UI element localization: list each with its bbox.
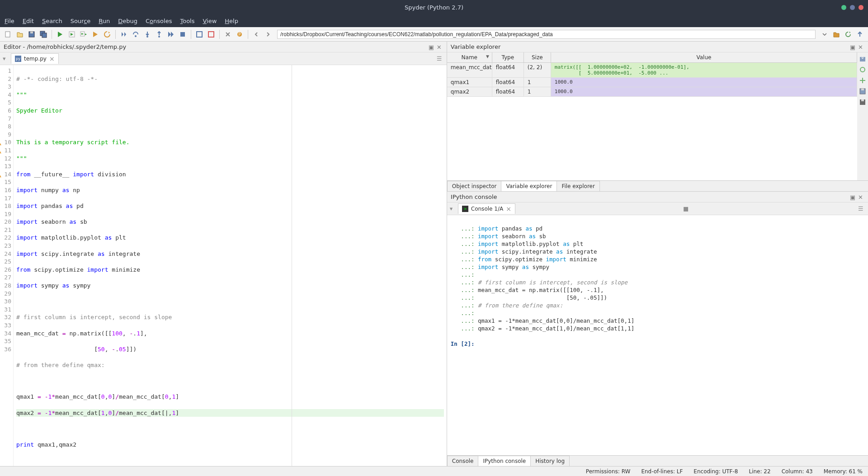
code-area[interactable]: # -*- coding: utf-8 -*- """ Spyder Edito…: [14, 65, 447, 466]
tab-console-1a[interactable]: > Console 1/A ×: [458, 203, 515, 214]
var-import-icon[interactable]: [859, 55, 866, 62]
var-save-as-icon[interactable]: [859, 99, 866, 106]
step-into-icon[interactable]: [143, 30, 152, 39]
var-refresh-periodic-icon[interactable]: [859, 77, 866, 84]
tab-temp-py[interactable]: py temp.py ×: [11, 53, 59, 64]
var-close-icon[interactable]: ✕: [858, 44, 864, 50]
var-header-row: Name▼ Type Size Value: [447, 52, 857, 63]
menu-file[interactable]: File: [5, 18, 14, 24]
var-row[interactable]: qmax1 float64 1 1000.0: [447, 78, 857, 87]
svg-text:P: P: [239, 33, 241, 37]
pythonpath-icon[interactable]: P: [235, 30, 244, 39]
tab-close-icon[interactable]: ×: [49, 55, 55, 62]
var-size: 1: [524, 87, 551, 96]
python-file-icon: py: [15, 56, 21, 62]
step-out-icon[interactable]: [155, 30, 164, 39]
tab-history-log[interactable]: History log: [530, 456, 570, 466]
menubar: File Edit Search Source Run Debug Consol…: [0, 14, 868, 27]
var-header-value[interactable]: Value: [551, 52, 857, 62]
variable-table[interactable]: Name▼ Type Size Value mean_mcc_dat float…: [447, 52, 857, 180]
console-list-icon[interactable]: ☰: [858, 205, 865, 212]
open-file-icon[interactable]: [15, 30, 24, 39]
step-over-icon[interactable]: [131, 30, 140, 39]
editor-close-icon[interactable]: ✕: [437, 44, 443, 50]
parent-dir-icon[interactable]: [855, 30, 864, 39]
toolbar: P: [0, 27, 868, 42]
window-controls: [841, 5, 863, 10]
editor-pane-header: Editor - /home/robhicks/.spyder2/temp.py…: [0, 42, 447, 52]
svg-rect-11: [197, 32, 202, 37]
var-header-name[interactable]: Name▼: [447, 52, 492, 62]
save-all-icon[interactable]: [39, 30, 48, 39]
var-save-icon[interactable]: [859, 88, 866, 95]
tab-file-explorer[interactable]: File explorer: [557, 181, 599, 191]
browse-dir-icon[interactable]: [832, 30, 841, 39]
tab-object-inspector[interactable]: Object inspector: [447, 181, 502, 191]
console-pane-header: IPython console ▣ ✕: [447, 192, 868, 203]
forward-icon[interactable]: [264, 30, 273, 39]
var-explorer-title: Variable explorer: [451, 43, 500, 50]
var-type: float64: [492, 63, 524, 77]
var-row[interactable]: mean_mcc_dat float64 (2, 2) matrix([[ 1.…: [447, 63, 857, 78]
console-tab-menu-icon[interactable]: ▾: [450, 205, 456, 212]
ipython-console[interactable]: ...: import pandas as pd ...: import sea…: [447, 215, 868, 455]
svg-rect-4: [42, 33, 47, 38]
line-gutter: 123456789 101112131415 16171819202122232…: [0, 65, 14, 466]
refresh-dir-icon[interactable]: [844, 30, 853, 39]
window-title: Spyder (Python 2.7): [405, 4, 463, 11]
close-button[interactable]: [859, 5, 863, 10]
run-cell-icon[interactable]: [67, 30, 76, 39]
path-dropdown-icon[interactable]: [820, 30, 829, 39]
continue-icon[interactable]: [166, 30, 175, 39]
menu-run[interactable]: Run: [99, 18, 110, 24]
var-size: (2, 2): [524, 63, 551, 77]
tab-variable-explorer[interactable]: Variable explorer: [501, 181, 557, 191]
menu-debug[interactable]: Debug: [118, 18, 137, 24]
svg-point-7: [135, 35, 137, 37]
preferences-icon[interactable]: [223, 30, 232, 39]
maximize-button[interactable]: [850, 5, 855, 10]
status-encoding: Encoding: UTF-8: [693, 468, 738, 475]
menu-consoles[interactable]: Consoles: [146, 18, 172, 24]
stop-debug-icon[interactable]: [178, 30, 187, 39]
menu-tools[interactable]: Tools: [180, 18, 194, 24]
back-icon[interactable]: [252, 30, 261, 39]
save-icon[interactable]: [27, 30, 36, 39]
maximize-pane-icon[interactable]: [195, 30, 204, 39]
debug-icon[interactable]: [119, 30, 128, 39]
upper-bottom-tabs: Object inspector Variable explorer File …: [447, 180, 868, 191]
var-row[interactable]: qmax2 float64 1 1000.0: [447, 87, 857, 97]
new-file-icon[interactable]: [4, 30, 13, 39]
tab-ipython-console[interactable]: IPython console: [478, 456, 531, 466]
working-directory-input[interactable]: [277, 30, 816, 39]
console-tab-close-icon[interactable]: ×: [506, 205, 511, 212]
column-margin: [292, 65, 292, 466]
menu-help[interactable]: Help: [225, 18, 238, 24]
run-selection-icon[interactable]: [91, 30, 100, 39]
tab-menu-icon[interactable]: ▾: [3, 55, 9, 62]
tab-list-icon[interactable]: ☰: [437, 55, 444, 62]
run-icon[interactable]: [56, 30, 65, 39]
console-options-icon[interactable]: ▣: [850, 194, 856, 200]
editor-title: Editor - /home/robhicks/.spyder2/temp.py: [4, 43, 126, 50]
console-close-icon[interactable]: ✕: [858, 194, 864, 200]
svg-point-18: [860, 67, 865, 72]
menu-source[interactable]: Source: [71, 18, 91, 24]
var-refresh-icon[interactable]: [859, 66, 866, 73]
console-stop-icon[interactable]: ■: [683, 205, 690, 212]
svg-rect-20: [861, 89, 864, 90]
fullscreen-icon[interactable]: [207, 30, 216, 39]
editor-options-icon[interactable]: ▣: [429, 44, 435, 50]
minimize-button[interactable]: [841, 5, 846, 10]
var-header-type[interactable]: Type: [492, 52, 524, 62]
var-header-size[interactable]: Size: [524, 52, 551, 62]
menu-search[interactable]: Search: [42, 18, 62, 24]
code-editor[interactable]: 123456789 101112131415 16171819202122232…: [0, 65, 447, 466]
run-last-icon[interactable]: [103, 30, 112, 39]
var-options-icon[interactable]: ▣: [850, 44, 856, 50]
tab-console[interactable]: Console: [447, 456, 479, 466]
titlebar: Spyder (Python 2.7): [0, 0, 868, 14]
run-cell-advance-icon[interactable]: [79, 30, 88, 39]
menu-view[interactable]: View: [203, 18, 217, 24]
menu-edit[interactable]: Edit: [23, 18, 34, 24]
